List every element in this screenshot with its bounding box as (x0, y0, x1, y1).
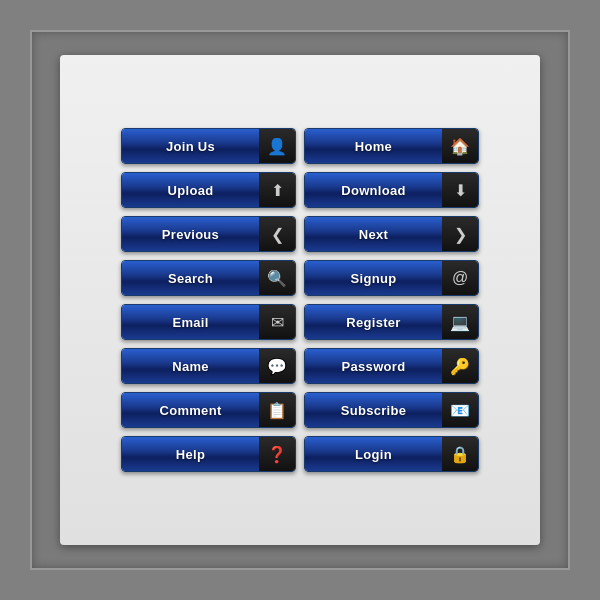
upload-label: Upload (122, 173, 259, 207)
name-button[interactable]: Name💬 (121, 348, 296, 384)
search-icon: 🔍 (259, 261, 295, 295)
login-button[interactable]: Login🔒 (304, 436, 479, 472)
download-button[interactable]: Download⬇ (304, 172, 479, 208)
previous-icon: ❮ (259, 217, 295, 251)
join-us-label: Join Us (122, 129, 259, 163)
email-label: Email (122, 305, 259, 339)
name-icon: 💬 (259, 349, 295, 383)
signup-icon: @ (442, 261, 478, 295)
subscribe-icon: 📧 (442, 393, 478, 427)
download-label: Download (305, 173, 442, 207)
help-button[interactable]: Help❓ (121, 436, 296, 472)
home-icon: 🏠 (442, 129, 478, 163)
email-button[interactable]: Email✉ (121, 304, 296, 340)
previous-button[interactable]: Previous❮ (121, 216, 296, 252)
password-icon: 🔑 (442, 349, 478, 383)
password-label: Password (305, 349, 442, 383)
comment-button[interactable]: Comment📋 (121, 392, 296, 428)
upload-icon: ⬆ (259, 173, 295, 207)
email-icon: ✉ (259, 305, 295, 339)
register-icon: 💻 (442, 305, 478, 339)
subscribe-button[interactable]: Subscribe📧 (304, 392, 479, 428)
search-label: Search (122, 261, 259, 295)
join-us-button[interactable]: Join Us👤 (121, 128, 296, 164)
register-label: Register (305, 305, 442, 339)
comment-icon: 📋 (259, 393, 295, 427)
next-button[interactable]: Next❯ (304, 216, 479, 252)
signup-button[interactable]: Signup@ (304, 260, 479, 296)
inner-panel: Join Us👤Home🏠Upload⬆Download⬇Previous❮Ne… (60, 55, 540, 545)
join-us-icon: 👤 (259, 129, 295, 163)
help-icon: ❓ (259, 437, 295, 471)
login-icon: 🔒 (442, 437, 478, 471)
signup-label: Signup (305, 261, 442, 295)
download-icon: ⬇ (442, 173, 478, 207)
search-button[interactable]: Search🔍 (121, 260, 296, 296)
home-button[interactable]: Home🏠 (304, 128, 479, 164)
login-label: Login (305, 437, 442, 471)
comment-label: Comment (122, 393, 259, 427)
next-label: Next (305, 217, 442, 251)
next-icon: ❯ (442, 217, 478, 251)
home-label: Home (305, 129, 442, 163)
help-label: Help (122, 437, 259, 471)
register-button[interactable]: Register💻 (304, 304, 479, 340)
subscribe-label: Subscribe (305, 393, 442, 427)
outer-frame: Join Us👤Home🏠Upload⬆Download⬇Previous❮Ne… (30, 30, 570, 570)
upload-button[interactable]: Upload⬆ (121, 172, 296, 208)
button-grid: Join Us👤Home🏠Upload⬆Download⬇Previous❮Ne… (101, 108, 499, 492)
password-button[interactable]: Password🔑 (304, 348, 479, 384)
previous-label: Previous (122, 217, 259, 251)
name-label: Name (122, 349, 259, 383)
